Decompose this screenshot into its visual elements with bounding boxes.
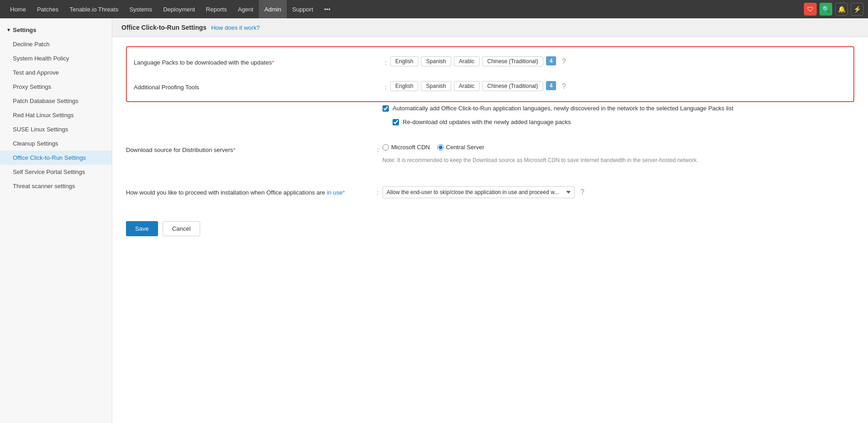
nav-reports[interactable]: Reports	[201, 0, 233, 18]
main-content: Office Click-to-Run Settings How does it…	[112, 18, 868, 423]
install-required: *	[343, 189, 345, 196]
lang-tag-arabic-1[interactable]: Arabic	[454, 56, 480, 66]
sidebar-item-office-clicktorun-settings[interactable]: Office Click-to-Run Settings	[0, 151, 112, 165]
auto-add-checkbox[interactable]	[382, 105, 389, 112]
language-packs-required: *	[272, 59, 274, 66]
download-source-control: Microsoft CDN Central Server Note: It is…	[382, 144, 854, 164]
action-buttons: Save Cancel	[126, 217, 854, 236]
sidebar-item-decline-patch[interactable]: Decline Patch	[0, 37, 112, 51]
top-navigation: Home Patches Tenable.io Threats Systems …	[0, 0, 868, 18]
download-source-label: Download source for Distribution servers…	[126, 144, 373, 153]
additional-proofing-label: Additional Proofing Tools	[134, 81, 381, 91]
lightning-icon[interactable]: ⚡	[851, 3, 863, 16]
radio-mscdn[interactable]	[382, 144, 389, 151]
lang-tag-english-1[interactable]: English	[390, 56, 418, 66]
page-title: Office Click-to-Run Settings	[121, 24, 207, 31]
sidebar-item-patch-database-settings[interactable]: Patch Database Settings	[0, 94, 112, 108]
install-colon: :	[373, 186, 382, 196]
radio-mscdn-label: Microsoft CDN	[391, 144, 430, 151]
radio-central-server-label: Central Server	[446, 144, 485, 151]
nav-home[interactable]: Home	[5, 0, 32, 18]
nav-more[interactable]: •••	[319, 0, 336, 18]
additional-proofing-count[interactable]: 4	[546, 81, 557, 90]
chevron-down-icon: ▾	[7, 27, 10, 33]
page-header: Office Click-to-Run Settings How does it…	[112, 18, 868, 37]
redownload-checkbox[interactable]	[393, 119, 399, 125]
shield-icon[interactable]: 🛡	[804, 3, 817, 16]
auto-add-checkbox-row: Automatically add Office Click-to-Run ap…	[382, 104, 854, 113]
radio-option-mscdn[interactable]: Microsoft CDN	[382, 144, 430, 151]
additional-proofing-help-icon[interactable]: ?	[559, 81, 568, 92]
download-source-required: *	[233, 146, 235, 153]
save-button[interactable]: Save	[126, 221, 158, 236]
sidebar-item-self-service-portal-settings[interactable]: Self Service Portal Settings	[0, 165, 112, 179]
additional-proofing-control: English Spanish Arabic Chinese (Traditio…	[390, 81, 846, 92]
redownload-label: Re-download old updates with the newly a…	[403, 118, 571, 126]
sidebar-item-proxy-settings[interactable]: Proxy Settings	[0, 80, 112, 94]
sidebar-item-red-hat-linux-settings[interactable]: Red Hat Linux Settings	[0, 108, 112, 122]
proof-tag-arabic[interactable]: Arabic	[454, 81, 480, 91]
cancel-button[interactable]: Cancel	[163, 221, 200, 236]
nav-admin[interactable]: Admin	[259, 0, 287, 18]
install-control: Allow the end-user to skip/close the app…	[382, 186, 854, 198]
language-packs-row: Language Packs to be downloaded with the…	[134, 52, 846, 72]
install-dropdown[interactable]: Allow the end-user to skip/close the app…	[382, 186, 575, 198]
install-label: How would you like to proceed with insta…	[126, 186, 373, 196]
nav-deployment[interactable]: Deployment	[158, 0, 200, 18]
sidebar-item-suse-linux-settings[interactable]: SUSE Linux Settings	[0, 122, 112, 136]
sidebar-item-threat-scanner-settings[interactable]: Threat scanner settings	[0, 179, 112, 193]
bell-icon[interactable]: 🔔	[835, 3, 848, 16]
sidebar-section-label: Settings	[13, 27, 36, 33]
nav-icons: 🛡 🔍 🔔 ⚡	[804, 3, 863, 16]
auto-add-label: Automatically add Office Click-to-Run ap…	[393, 104, 733, 113]
proof-tag-english[interactable]: English	[390, 81, 418, 91]
additional-proofing-colon: :	[381, 81, 390, 91]
search-icon[interactable]: 🔍	[819, 3, 832, 16]
highlighted-section: Language Packs to be downloaded with the…	[126, 46, 854, 102]
radio-central-server[interactable]	[437, 144, 444, 151]
language-packs-control: English Spanish Arabic Chinese (Traditio…	[390, 56, 846, 67]
language-packs-colon: :	[381, 56, 390, 66]
nav-tenable[interactable]: Tenable.io Threats	[64, 0, 124, 18]
language-packs-help-icon[interactable]: ?	[559, 56, 568, 67]
nav-patches[interactable]: Patches	[32, 0, 64, 18]
help-link[interactable]: How does it work?	[211, 24, 260, 31]
redownload-checkbox-row: Re-download old updates with the newly a…	[382, 118, 854, 126]
radio-option-central-server[interactable]: Central Server	[437, 144, 485, 151]
download-source-colon: :	[373, 144, 382, 153]
nav-support[interactable]: Support	[287, 0, 319, 18]
sidebar-item-system-health-policy[interactable]: System Health Policy	[0, 51, 112, 65]
nav-agent[interactable]: Agent	[232, 0, 259, 18]
download-note: Note: It is recommended to keep the Down…	[382, 156, 698, 164]
checkboxes-area: Automatically add Office Click-to-Run ap…	[126, 104, 854, 132]
download-source-row: Download source for Distribution servers…	[126, 139, 854, 169]
install-help-icon[interactable]: ?	[578, 187, 587, 198]
radio-group-download: Microsoft CDN Central Server	[382, 144, 484, 151]
content-area: Language Packs to be downloaded with the…	[112, 37, 868, 245]
lang-tag-chinese-traditional-1[interactable]: Chinese (Traditional)	[482, 56, 543, 66]
installation-row: How would you like to proceed with insta…	[126, 182, 854, 203]
settings-section-header[interactable]: ▾ Settings	[0, 23, 112, 37]
sidebar-item-test-and-approve[interactable]: Test and Approve	[0, 65, 112, 80]
language-packs-label: Language Packs to be downloaded with the…	[134, 56, 381, 66]
proof-tag-chinese-traditional[interactable]: Chinese (Traditional)	[482, 81, 543, 91]
lang-tag-spanish-1[interactable]: Spanish	[421, 56, 451, 66]
sidebar: ▾ Settings Decline Patch System Health P…	[0, 18, 112, 423]
sidebar-item-cleanup-settings[interactable]: Cleanup Settings	[0, 136, 112, 151]
nav-systems[interactable]: Systems	[124, 0, 158, 18]
additional-proofing-row: Additional Proofing Tools : English Span…	[134, 76, 846, 97]
language-packs-count[interactable]: 4	[546, 56, 557, 65]
proof-tag-spanish[interactable]: Spanish	[421, 81, 451, 91]
